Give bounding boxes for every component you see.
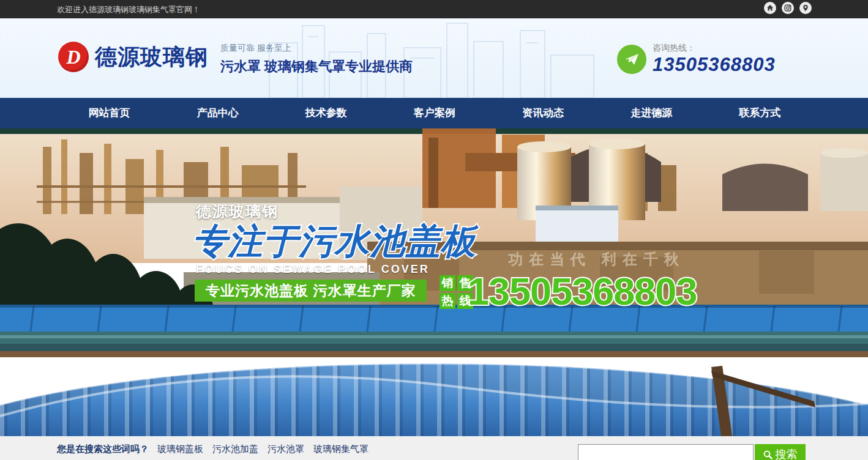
nav-item-specs[interactable]: 技术参数 xyxy=(272,98,380,128)
hero-photo: 功在当代 利在千秋 xyxy=(0,128,868,436)
header-slogan: 质量可靠 服务至上 污水罩 玻璃钢集气罩专业提供商 xyxy=(220,43,413,76)
hotline-number: 13505368803 xyxy=(653,54,776,76)
keyword-link-3[interactable]: 污水池罩 xyxy=(268,443,304,455)
instagram-icon[interactable] xyxy=(782,2,794,14)
site-header: D 德源玻璃钢 质量可靠 服务至上 污水罩 玻璃钢集气罩专业提供商 咨询热线： … xyxy=(0,18,868,98)
home-icon[interactable] xyxy=(764,2,776,14)
search-icon xyxy=(763,450,773,459)
nav-item-cases[interactable]: 客户案例 xyxy=(380,98,488,128)
slogan-line1: 质量可靠 服务至上 xyxy=(220,43,413,54)
social-links xyxy=(764,2,812,14)
logo[interactable]: D 德源玻璃钢 xyxy=(58,42,208,72)
main-nav: 网站首页 产品中心 技术参数 客户案例 资讯动态 走进德源 联系方式 xyxy=(0,98,868,128)
sales-tile: 销 xyxy=(440,275,455,291)
nav-item-about[interactable]: 走进德源 xyxy=(597,98,706,128)
hot-keywords: 您是在搜索这些词吗？ 玻璃钢盖板 污水池加盖 污水池罩 玻璃钢集气罩 xyxy=(57,443,378,455)
hero-headline: 专注于污水池盖板 xyxy=(189,217,507,264)
logo-icon: D xyxy=(58,42,89,72)
hero-badge: 专业污水池盖板 污水罩生产厂家 xyxy=(195,280,427,302)
search-button-label: 搜索 xyxy=(776,447,798,460)
wall-slogan-text: 功在当代 利在千秋 xyxy=(507,251,685,267)
slogan-line2: 污水罩 玻璃钢集气罩专业提供商 xyxy=(220,58,413,76)
keywords-prompt: 您是在搜索这些词吗？ xyxy=(57,443,149,455)
nav-item-news[interactable]: 资讯动态 xyxy=(489,98,597,128)
hotline-label: 咨询热线： xyxy=(653,43,776,54)
topbar: 欢迎进入德源玻璃钢玻璃钢集气罩官网！ xyxy=(0,0,868,18)
sales-number: 13505368803 xyxy=(466,267,705,316)
search-input[interactable] xyxy=(578,444,754,460)
keyword-link-1[interactable]: 玻璃钢盖板 xyxy=(157,443,203,455)
location-icon[interactable] xyxy=(799,2,812,14)
search-button[interactable]: 搜索 xyxy=(755,444,806,460)
nav-item-home[interactable]: 网站首页 xyxy=(55,98,163,128)
keyword-link-2[interactable]: 污水池加盖 xyxy=(212,443,258,455)
nav-item-contact[interactable]: 联系方式 xyxy=(706,98,814,128)
page: 欢迎进入德源玻璃钢玻璃钢集气罩官网！ xyxy=(0,0,868,460)
welcome-text: 欢迎进入德源玻璃钢玻璃钢集气罩官网！ xyxy=(57,4,200,15)
sales-tile: 热 xyxy=(440,293,455,309)
header-hotline: 咨询热线： 13505368803 xyxy=(617,43,776,76)
keyword-link-4[interactable]: 玻璃钢集气罩 xyxy=(313,443,369,455)
sales-number-text: 13505368803 xyxy=(468,270,697,313)
nav-item-products[interactable]: 产品中心 xyxy=(163,98,272,128)
hero-subline: FOUCS ON SEWAGE POOL COVER xyxy=(196,263,430,276)
hero-banner: 功在当代 利在千秋 xyxy=(0,128,868,436)
logo-name: 德源玻璃钢 xyxy=(95,42,208,72)
paper-plane-icon xyxy=(617,45,646,74)
hero-headline-text: 专注于污水池盖板 xyxy=(192,221,479,261)
